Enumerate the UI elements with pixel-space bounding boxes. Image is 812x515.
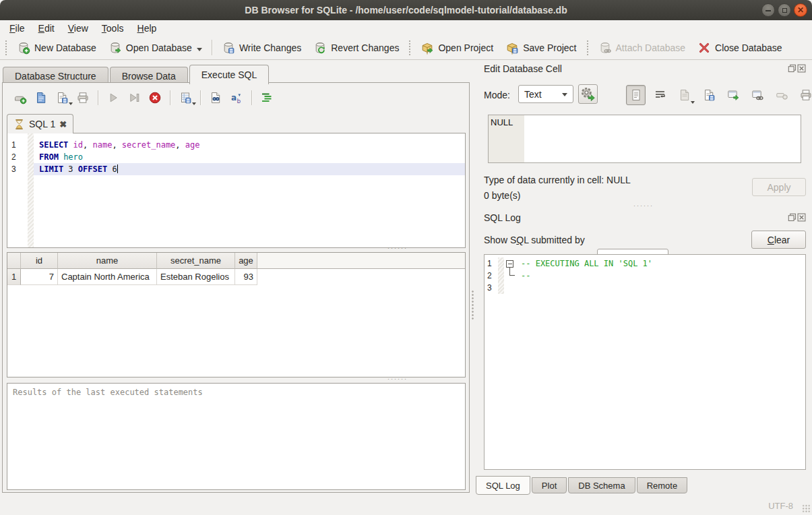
clear-log-button[interactable]: Clear [751, 231, 806, 249]
open-sql-file-button[interactable] [32, 90, 51, 106]
fold-marker-icon[interactable] [506, 260, 513, 268]
column-header-age[interactable]: age [235, 253, 257, 269]
column-header-secret-name[interactable]: secret_name [157, 253, 235, 269]
dock-tab-sql-log[interactable]: SQL Log [476, 476, 530, 495]
float-icon[interactable] [788, 64, 797, 73]
stop-button[interactable] [146, 90, 164, 106]
editor-fold-margin [28, 133, 34, 247]
execution-status-pane[interactable]: Results of the last executed statements [7, 383, 466, 490]
dropdown-caret-icon[interactable] [192, 102, 196, 107]
auto-switch-mode-button[interactable] [578, 84, 598, 104]
dock-tab-db-schema[interactable]: DB Schema [568, 477, 635, 493]
print-button[interactable] [73, 90, 92, 106]
close-icon[interactable] [797, 213, 806, 222]
maximize-button[interactable] [778, 3, 791, 17]
panel-splitter-handle[interactable] [471, 290, 474, 320]
main-tab-bar: Database StructureBrowse DataExecute SQL [3, 65, 269, 84]
text-mode-icon [629, 88, 643, 102]
splitter-handle[interactable]: ······ [387, 247, 408, 250]
dock-tab-plot[interactable]: Plot [532, 477, 567, 493]
log-line[interactable]: 1-- EXECUTING ALL IN 'SQL 1' [485, 258, 805, 270]
dock-splitter-handle[interactable]: ······ [633, 204, 654, 208]
results-table-header[interactable]: idnamesecret_nameage [7, 253, 465, 269]
attach-database-button[interactable]: Attach Database [592, 39, 692, 57]
stop-icon [148, 91, 162, 104]
table-cell[interactable]: Captain North America [58, 269, 157, 285]
float-icon[interactable] [788, 213, 797, 222]
editor-code-area[interactable]: SELECT id, name, secret_name, ageFROM he… [34, 133, 465, 247]
minimize-button[interactable] [761, 3, 775, 17]
execute-all-button[interactable] [104, 90, 123, 106]
sql-document-tab[interactable]: SQL 1 ✖ [7, 114, 73, 133]
column-header-id[interactable]: id [21, 253, 58, 269]
cell-size-text: 0 byte(s) [484, 190, 520, 201]
open-external-button[interactable] [723, 85, 743, 105]
apply-button[interactable]: Apply [752, 178, 806, 196]
save-project-button[interactable]: Save Project [499, 39, 582, 57]
dropdown-caret-icon[interactable] [197, 48, 202, 54]
write-changes-button[interactable]: Write Changes [216, 39, 307, 57]
resize-grip[interactable] [802, 504, 811, 513]
close-button[interactable]: ✕ [794, 3, 807, 17]
toolbar-handle[interactable] [586, 40, 589, 55]
menu-view[interactable]: View [61, 22, 95, 35]
table-cell[interactable]: 7 [21, 269, 58, 285]
dropdown-caret-icon[interactable] [69, 102, 73, 107]
format-indent-icon [260, 91, 274, 104]
editor-line[interactable]: SELECT id, name, secret_name, age [34, 139, 465, 151]
editor-line[interactable]: LIMIT 3 OFFSET 6 [34, 163, 465, 175]
revert-changes-icon [313, 41, 327, 55]
save-sql-file-button[interactable] [53, 90, 71, 106]
new-database-button[interactable]: New Database [11, 39, 102, 57]
find-button[interactable] [206, 90, 225, 106]
close-sql-tab-icon[interactable]: ✖ [59, 120, 67, 129]
title-bar[interactable]: DB Browser for SQLite - /home/user/code/… [0, 0, 812, 20]
menu-help[interactable]: Help [131, 22, 164, 35]
print-cell-button[interactable] [796, 85, 812, 105]
toolbar-handle[interactable] [5, 40, 7, 55]
close-icon[interactable] [797, 64, 806, 73]
splitter-handle[interactable]: ······ [387, 377, 408, 381]
open-project-button[interactable]: Open Project [414, 39, 499, 57]
log-line[interactable]: 2-- [485, 270, 805, 282]
cell-mode-select[interactable]: Text [518, 85, 573, 103]
close-database-button[interactable]: Close Database [691, 39, 788, 57]
table-cell[interactable]: 93 [235, 269, 257, 285]
execute-line-icon [127, 91, 141, 104]
toolbar-label: Attach Database [616, 42, 686, 53]
menu-edit[interactable]: Edit [32, 22, 61, 35]
dock-tab-remote[interactable]: Remote [637, 477, 688, 493]
tab-execute-sql[interactable]: Execute SQL [189, 65, 270, 84]
menu-tools[interactable]: Tools [95, 22, 131, 35]
set-null-button[interactable] [772, 85, 791, 105]
menu-file[interactable]: File [3, 22, 32, 35]
export-data-icon [702, 88, 716, 102]
cell-text-area[interactable] [524, 115, 801, 162]
execute-line-button[interactable] [125, 90, 144, 106]
toolbar-separator [200, 90, 201, 105]
export-data-button[interactable] [699, 85, 718, 105]
open-database-button[interactable]: Open Database [102, 39, 208, 57]
sql-log-view[interactable]: 1-- EXECUTING ALL IN 'SQL 1'2--3 [484, 254, 806, 470]
column-header-name[interactable]: name [58, 253, 157, 269]
import-data-button[interactable] [675, 85, 694, 105]
row-header[interactable]: 1 [7, 269, 21, 285]
table-cell[interactable]: Esteban Rogelios [157, 269, 235, 285]
toolbar-handle[interactable] [408, 40, 411, 55]
format-indent-button[interactable] [257, 90, 276, 106]
export-results-button[interactable] [176, 90, 195, 106]
revert-changes-button[interactable]: Revert Changes [307, 39, 405, 57]
table-row[interactable]: 17Captain North AmericaEsteban Rogelios9… [7, 269, 465, 285]
results-table-body[interactable]: 17Captain North AmericaEsteban Rogelios9… [7, 269, 465, 285]
text-mode-button[interactable] [626, 85, 646, 105]
editor-line[interactable]: FROM hero [34, 151, 465, 163]
autocomplete-button[interactable]: ab [227, 90, 246, 106]
sql-editor[interactable]: 123 SELECT id, name, secret_name, ageFRO… [7, 133, 466, 248]
query-results-table[interactable]: idnamesecret_nameage 17Captain North Ame… [7, 252, 466, 377]
copy-link-button[interactable] [747, 85, 767, 105]
line-number: 2 [7, 151, 28, 163]
new-sql-tab-button[interactable] [11, 90, 30, 106]
word-wrap-button[interactable] [650, 85, 670, 105]
log-line[interactable]: 3 [485, 282, 805, 294]
cell-value-editor[interactable]: NULL [488, 115, 801, 163]
